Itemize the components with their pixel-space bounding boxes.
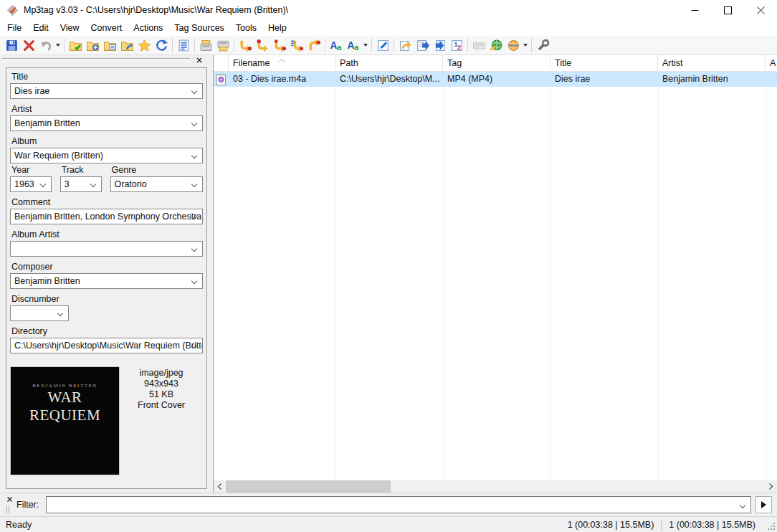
tag-panel-grip[interactable] <box>2 58 190 60</box>
status-divider <box>661 520 662 531</box>
web-sources-alt-icon[interactable] <box>505 37 522 54</box>
remove-tag-icon[interactable] <box>20 37 37 54</box>
menu-file[interactable]: File <box>1 21 27 35</box>
maximize-button[interactable] <box>711 0 744 20</box>
menu-help[interactable]: Help <box>262 21 292 35</box>
convert-tag-filename-icon[interactable] <box>237 37 254 54</box>
scroll-right-icon[interactable] <box>765 480 777 493</box>
chevron-down-icon[interactable] <box>191 153 197 158</box>
album-artist-combobox[interactable] <box>10 241 203 257</box>
sort-ascending-icon <box>279 55 285 65</box>
album-cover-art[interactable]: BENJAMIN BRITTEN WAR REQUIEM <box>10 366 120 475</box>
column-header-album[interactable]: A <box>766 55 777 71</box>
filter-grip[interactable] <box>6 505 9 513</box>
resize-grip-icon[interactable] <box>773 528 775 530</box>
menu-tools[interactable]: Tools <box>230 21 262 35</box>
filter-apply-button[interactable] <box>755 496 772 513</box>
convert-filename-tag-icon[interactable] <box>254 37 271 54</box>
menu-actions[interactable]: Actions <box>128 21 168 35</box>
minimize-button[interactable] <box>678 0 711 20</box>
scrollbar-thumb[interactable] <box>226 480 391 493</box>
close-button[interactable] <box>744 0 777 20</box>
menu-tag-sources[interactable]: Tag Sources <box>168 21 229 35</box>
change-directory-icon[interactable] <box>67 37 84 54</box>
directory-combobox[interactable]: C:\Users\hjr\Desktop\Music\War Requiem (… <box>10 338 203 353</box>
chevron-down-icon[interactable] <box>740 503 745 508</box>
chevron-down-icon[interactable] <box>90 181 95 187</box>
column-header-path[interactable]: Path <box>335 55 443 71</box>
column-header-tag[interactable]: Tag <box>443 55 550 71</box>
genre-combobox[interactable]: Oratorio <box>110 176 203 192</box>
tag-panel-frame: Title Dies irae Artist Benjamin Britten … <box>6 67 207 489</box>
toolbar-separator <box>64 38 65 52</box>
album-combobox[interactable]: War Requiem (Britten) <box>10 148 203 163</box>
case-conversion-icon[interactable]: Aa <box>328 37 345 54</box>
chevron-down-icon[interactable] <box>57 310 63 316</box>
year-label: Year <box>11 165 50 175</box>
auto-numbering-wizard-icon[interactable]: 12 <box>448 37 465 54</box>
tag-copy-icon[interactable] <box>197 37 214 54</box>
title-combobox[interactable]: Dies irae <box>10 83 203 99</box>
import-tag-icon[interactable] <box>414 37 431 54</box>
cover-mime: image/jpeg <box>120 368 203 379</box>
column-header-filename[interactable]: Filename <box>229 55 335 71</box>
media-library-icon[interactable] <box>175 37 192 54</box>
cd-burn-icon[interactable] <box>470 37 487 54</box>
refresh-icon[interactable] <box>153 37 170 54</box>
chevron-down-icon[interactable] <box>191 278 197 284</box>
svg-text:2: 2 <box>457 43 461 51</box>
edit-tag-icon[interactable] <box>374 37 391 54</box>
auto-tag-icon[interactable] <box>396 37 414 54</box>
playlist-directory-icon[interactable] <box>101 37 118 54</box>
chevron-down-icon[interactable] <box>191 246 197 252</box>
web-sources-menu-chevron-icon[interactable] <box>522 37 529 54</box>
save-icon[interactable] <box>3 37 20 54</box>
scroll-left-icon[interactable] <box>214 480 226 493</box>
web-sources-icon[interactable] <box>487 37 505 54</box>
convert-textfile-tag-icon[interactable] <box>288 37 305 54</box>
toolbar-separator <box>394 38 394 52</box>
album-artist-label: Album Artist <box>11 229 201 239</box>
menu-convert[interactable]: Convert <box>85 21 128 35</box>
column-header-title[interactable]: Title <box>550 55 658 71</box>
table-row[interactable]: 03 - Dies irae.m4a C:\Users\hjr\Desktop\… <box>214 72 777 87</box>
menu-edit[interactable]: Edit <box>27 21 54 35</box>
convert-tag-tag-icon[interactable] <box>305 37 323 54</box>
discnumber-combobox[interactable] <box>10 305 69 321</box>
parent-directory-icon[interactable] <box>118 37 135 54</box>
options-wrench-icon[interactable] <box>534 37 551 54</box>
status-selected-info: 1 (00:03:38 | 15.5MB) <box>568 520 654 530</box>
column-header-icon[interactable] <box>214 55 229 71</box>
chevron-down-icon[interactable] <box>191 88 197 94</box>
export-tag-icon[interactable] <box>431 37 448 54</box>
undo-icon[interactable] <box>37 37 54 54</box>
year-combobox[interactable]: 1963 <box>10 176 52 192</box>
composer-combobox[interactable]: Benjamin Britten <box>10 273 203 289</box>
favorites-star-icon[interactable] <box>135 37 153 54</box>
comment-label: Comment <box>11 197 201 207</box>
horizontal-scrollbar[interactable] <box>214 480 777 493</box>
toolbar-separator <box>531 38 532 52</box>
tag-panel-close-icon[interactable] <box>194 56 204 65</box>
chevron-down-icon[interactable] <box>40 181 46 187</box>
chevron-down-icon[interactable] <box>191 120 197 126</box>
convert-filename-filename-icon[interactable] <box>271 37 288 54</box>
add-directory-icon[interactable] <box>84 37 101 54</box>
cover-artist-text: BENJAMIN BRITTEN <box>11 383 119 389</box>
menu-view[interactable]: View <box>54 21 85 35</box>
directory-label: Directory <box>11 326 201 336</box>
filter-input[interactable] <box>49 498 734 512</box>
filter-label: Filter: <box>16 500 39 510</box>
chevron-down-icon[interactable] <box>191 181 197 187</box>
filter-close-icon[interactable] <box>5 495 14 503</box>
composer-label: Composer <box>11 262 201 272</box>
column-header-artist[interactable]: Artist <box>658 55 766 71</box>
comment-combobox[interactable]: Benjamin Britten, London Symphony Orches… <box>10 209 203 224</box>
track-combobox[interactable]: 3 <box>60 176 102 192</box>
tag-paste-icon[interactable] <box>214 37 232 54</box>
undo-menu-chevron-icon[interactable] <box>54 37 62 54</box>
filter-input-box[interactable] <box>46 496 751 513</box>
artist-combobox[interactable]: Benjamin Britten <box>10 115 203 131</box>
actions-menu-chevron-icon[interactable] <box>362 37 369 54</box>
actions-icon[interactable]: Aa <box>345 37 362 54</box>
